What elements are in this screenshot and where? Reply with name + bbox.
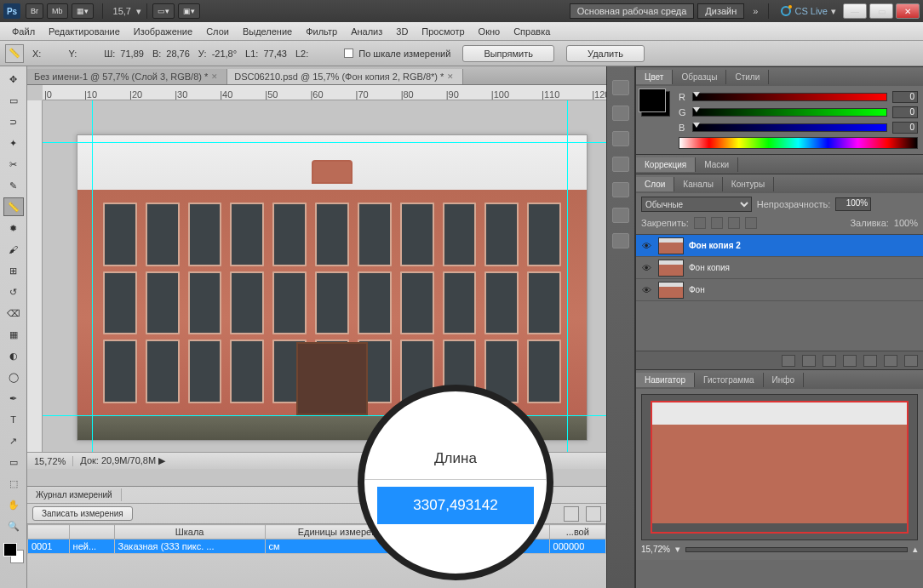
color-swatches[interactable] [3, 543, 24, 563]
lasso-tool[interactable]: ⊃ [3, 112, 24, 131]
blend-mode-select[interactable]: Обычные [641, 197, 752, 212]
delete-button[interactable]: Удалить [566, 45, 645, 62]
layer-row[interactable]: 👁 Фон копия 2 [636, 235, 923, 257]
layer-thumb[interactable] [658, 237, 684, 254]
col-blank[interactable] [28, 525, 70, 539]
r-slider[interactable] [692, 93, 887, 101]
dodge-tool[interactable]: ◯ [3, 368, 24, 386]
color-swatch[interactable] [641, 91, 670, 117]
workspace-essentials[interactable]: Основная рабочая среда [570, 3, 695, 19]
tab-paths[interactable]: Контуры [723, 177, 774, 191]
zoom-tool[interactable]: 🔍 [3, 517, 24, 535]
menu-filter[interactable]: Фильтр [299, 24, 344, 39]
g-value[interactable]: 0 [892, 106, 918, 118]
eyedropper-tool[interactable]: ✎ [3, 176, 24, 195]
cslive-button[interactable]: CS Live▾ [781, 6, 836, 17]
eraser-tool[interactable]: ⌫ [3, 304, 24, 323]
zoom-out-icon[interactable]: ▾ [675, 544, 680, 555]
layer-row[interactable]: 👁 Фон [636, 279, 923, 301]
layer-name[interactable]: Фон копия [689, 263, 730, 272]
hand-tool[interactable]: ✋ [3, 495, 24, 514]
r-value[interactable]: 0 [892, 91, 918, 103]
col-end[interactable]: ...вой [549, 525, 605, 539]
straighten-button[interactable]: Выпрямить [462, 45, 554, 62]
visibility-icon[interactable]: 👁 [639, 263, 653, 273]
close-button[interactable]: ✕ [896, 3, 920, 19]
shape-tool[interactable]: ▭ [3, 453, 24, 471]
brush-presets-icon[interactable] [612, 157, 629, 172]
menu-image[interactable]: Изображение [127, 24, 199, 39]
new-layer-icon[interactable] [884, 355, 897, 367]
type-tool[interactable]: T [3, 410, 24, 429]
healing-tool[interactable]: ✹ [3, 219, 24, 237]
tab-info[interactable]: Инфо [764, 373, 805, 387]
link-layers-icon[interactable] [782, 355, 795, 367]
tab-navigator[interactable]: Навигатор [636, 373, 695, 387]
group-icon[interactable] [863, 355, 877, 367]
layer-thumb[interactable] [658, 260, 684, 277]
marquee-tool[interactable]: ▭ [3, 91, 24, 110]
trash-icon[interactable] [904, 355, 918, 367]
record-measurements-button[interactable]: Записать измерения [32, 506, 133, 521]
minimize-button[interactable]: — [843, 3, 867, 19]
menu-view[interactable]: Просмотр [415, 24, 471, 39]
use-scale-checkbox[interactable] [344, 49, 353, 58]
ruler-tool-icon[interactable]: 📏 [5, 44, 24, 63]
foreground-swatch[interactable] [3, 543, 17, 557]
brush-tool[interactable]: 🖌 [3, 240, 24, 259]
lock-all-icon[interactable] [745, 217, 757, 229]
menu-select[interactable]: Выделение [236, 24, 299, 39]
menu-window[interactable]: Окно [472, 24, 507, 39]
mask-icon[interactable] [823, 355, 836, 367]
pen-tool[interactable]: ✒ [3, 389, 24, 408]
menu-layer[interactable]: Слои [199, 24, 236, 39]
tab-masks[interactable]: Маски [696, 157, 738, 172]
menu-edit[interactable]: Редактирование [42, 24, 127, 39]
maximize-button[interactable]: ▭ [869, 3, 893, 19]
bridge-button[interactable]: Br [26, 3, 43, 19]
doc-tab-2[interactable]: DSC06210.psd @ 15,7% (Фон копия 2, RGB/8… [227, 69, 463, 84]
lock-transparency-icon[interactable] [694, 217, 706, 229]
zoom-display[interactable]: 15,72% [27, 456, 73, 466]
col-scale[interactable]: Шкала [114, 525, 265, 539]
navigator-thumbnail[interactable] [641, 394, 918, 540]
lock-position-icon[interactable] [728, 217, 740, 229]
b-slider[interactable] [692, 123, 887, 132]
g-slider[interactable] [692, 108, 887, 117]
arrange-button[interactable]: ▭▾ [152, 3, 175, 19]
nav-zoom-slider[interactable] [685, 547, 908, 552]
ruler-vertical[interactable] [27, 100, 43, 452]
tab-adjustments[interactable]: Коррекция [636, 157, 696, 172]
menu-help[interactable]: Справка [507, 24, 557, 39]
fx-icon[interactable] [802, 355, 816, 367]
more-workspaces-icon[interactable]: » [753, 6, 758, 16]
layer-name[interactable]: Фон [689, 285, 705, 294]
blur-tool[interactable]: ◐ [3, 346, 24, 365]
b-value[interactable]: 0 [892, 122, 918, 134]
3d-tool[interactable]: ⬚ [3, 474, 24, 493]
gradient-tool[interactable]: ▦ [3, 325, 24, 344]
view-extras-button[interactable]: ▦▾ [72, 3, 94, 19]
visibility-icon[interactable]: 👁 [639, 285, 653, 295]
ruler-tool[interactable]: 📏 [3, 197, 24, 216]
minibridge-icon[interactable] [612, 80, 629, 95]
character-icon[interactable] [612, 208, 629, 223]
tab-color[interactable]: Цвет [636, 70, 673, 84]
ruler-horizontal[interactable]: |0|10|20|30|40|50|60|70|80|90|100|110|12… [43, 85, 606, 100]
spectrum-ramp[interactable] [679, 137, 918, 149]
layer-name[interactable]: Фон копия 2 [689, 241, 741, 250]
log-options-icon[interactable] [564, 506, 579, 522]
adjustment-layer-icon[interactable] [843, 355, 857, 367]
tab-channels[interactable]: Каналы [674, 177, 723, 191]
tab-styles[interactable]: Стили [726, 70, 769, 84]
tab-layers[interactable]: Слои [636, 177, 674, 191]
screenmode-button[interactable]: ▣▾ [178, 3, 200, 19]
doc-tab-1[interactable]: Без имени-1 @ 57,7% (Слой 3, RGB/8) *✕ [27, 69, 227, 84]
tab-swatches[interactable]: Образцы [673, 70, 726, 84]
measurement-log-tab[interactable]: Журнал измерений [27, 488, 122, 501]
col-blank2[interactable] [69, 525, 114, 539]
workspace-design[interactable]: Дизайн [697, 3, 744, 19]
history-brush-tool[interactable]: ↺ [3, 283, 24, 301]
menu-analysis[interactable]: Анализ [344, 24, 389, 39]
paragraph-icon[interactable] [612, 233, 629, 248]
